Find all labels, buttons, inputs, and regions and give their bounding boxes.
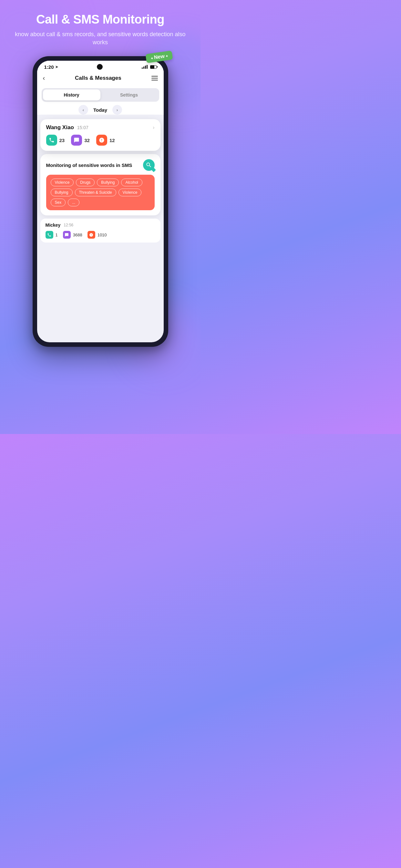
date-prev-button[interactable]: ‹: [79, 105, 88, 115]
mickey-time: 12:56: [64, 223, 73, 227]
sms-card-header: Monitoring of sensitive words in SMS: [46, 159, 155, 171]
contact-stats: 23 32: [46, 135, 155, 146]
contact-time: 15:07: [77, 125, 89, 130]
phone-screen: 1:20 ➤: [37, 61, 164, 342]
status-time: 1:20 ➤: [44, 64, 58, 70]
chevron-right-icon: ›: [153, 125, 154, 130]
keyword-sex: Sex: [51, 198, 66, 206]
battery-icon: [150, 65, 157, 69]
mickey-message-count: 3688: [73, 232, 82, 237]
alert-icon: [96, 135, 107, 146]
mickey-call-count: 1: [56, 232, 58, 237]
main-title: Call & SMS Monitoring: [10, 13, 191, 27]
keyword-drugs: Drugs: [76, 179, 95, 186]
call-icon: [46, 135, 57, 146]
keyword-violence-2: Violence: [119, 189, 142, 196]
location-icon: ➤: [55, 65, 58, 69]
tab-settings[interactable]: Settings: [100, 89, 158, 100]
mickey-stat-message: 3688: [63, 231, 82, 239]
message-icon: [71, 135, 82, 146]
date-next-button[interactable]: ›: [112, 105, 122, 115]
contact-card-wang-xiao[interactable]: Wang Xiao 15:07 › 23: [40, 119, 160, 151]
back-button[interactable]: ‹: [43, 74, 45, 82]
keyword-threaten-suicide: Threaten & Suicide: [75, 189, 116, 196]
message-count: 32: [84, 137, 90, 143]
date-navigation: ‹ Today ›: [37, 105, 164, 115]
keyword-alcohol: Alcohol: [121, 179, 142, 186]
mickey-alert-icon: [88, 231, 95, 239]
stat-item-call: 23: [46, 135, 65, 146]
keywords-container: Violence Drugs Bullying Alcohol Bullying…: [46, 175, 155, 210]
tabs-container: History Settings: [42, 88, 159, 102]
screen-content: Wang Xiao 15:07 › 23: [37, 118, 164, 244]
stat-item-alert: 12: [96, 135, 115, 146]
signal-icon: [142, 65, 148, 69]
status-bar: 1:20 ➤: [37, 61, 164, 115]
phone-wrapper: New 1:20 ➤: [0, 56, 201, 347]
mickey-stat-alert: 1010: [88, 231, 107, 239]
menu-line-1: [151, 76, 158, 76]
keyword-more: ...: [68, 198, 80, 206]
tab-history[interactable]: History: [43, 89, 100, 100]
sub-title: know about call & sms records, and sensi…: [10, 30, 191, 46]
mickey-message-icon: [63, 231, 71, 239]
keyword-bullying-1: Bullying: [97, 179, 119, 186]
contact-name-time: Wang Xiao 15:07: [46, 124, 89, 131]
search-magnify-icon: [143, 159, 155, 171]
camera-notch: [97, 64, 103, 70]
menu-button[interactable]: [151, 76, 158, 81]
app-header: ‹ Calls & Messages: [37, 71, 164, 85]
mickey-call-icon: [45, 231, 53, 239]
keyword-bullying-2: Bullying: [51, 189, 73, 196]
mickey-name: Mickey: [45, 222, 61, 228]
header-section: Call & SMS Monitoring know about call & …: [0, 0, 201, 53]
sms-monitoring-card: Monitoring of sensitive words in SMS Vio…: [40, 154, 160, 215]
contact-header: Wang Xiao 15:07 ›: [46, 124, 155, 131]
status-icons: [142, 65, 157, 69]
keyword-violence-1: Violence: [51, 179, 74, 186]
menu-line-2: [151, 78, 158, 79]
menu-line-3: [151, 80, 158, 81]
date-label: Today: [93, 107, 107, 113]
mickey-stats: 1 3688: [45, 231, 155, 239]
call-count: 23: [59, 137, 65, 143]
mickey-stat-call: 1: [45, 231, 58, 239]
app-header-title: Calls & Messages: [75, 75, 121, 82]
stat-item-message: 32: [71, 135, 90, 146]
contact-name: Wang Xiao: [46, 124, 74, 131]
sms-card-title: Monitoring of sensitive words in SMS: [46, 162, 132, 168]
alert-count: 12: [110, 137, 115, 143]
phone-frame: New 1:20 ➤: [33, 56, 168, 347]
mickey-header: Mickey 12:56: [45, 222, 155, 228]
mickey-alert-count: 1010: [97, 232, 107, 237]
contact-card-mickey[interactable]: Mickey 12:56 1: [40, 219, 160, 243]
